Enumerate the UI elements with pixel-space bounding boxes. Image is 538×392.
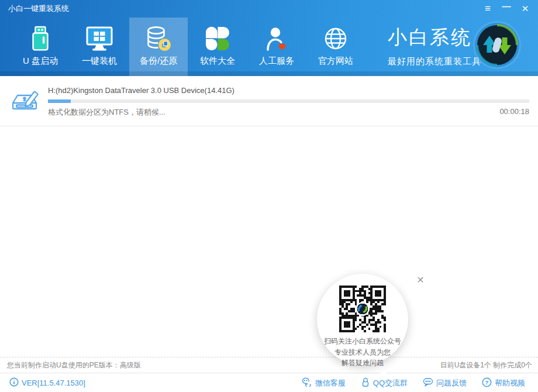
titlebar: 小白一键重装系统 ≡ — ✕ [0,0,538,18]
tab-label: U 盘启动 [23,56,58,67]
brand-tagline: 最好用的系统重装工具 [388,56,481,67]
tab-backup-restore[interactable]: 备份/还原 [129,18,188,76]
feedback-link[interactable]: 问题反馈 [423,377,467,388]
pe-version-text: 您当前制作启动U盘使用的PE版本：高级版 [7,357,141,373]
qq-group-link[interactable]: QQ交流群 [361,377,408,389]
tab-label: 官方网站 [318,56,353,67]
globe-icon [322,24,349,53]
version-label: VER[11.5.47.1530] [22,379,85,387]
brand-logo-icon [473,20,522,72]
clover-apps-icon [205,24,230,53]
nav-tabs: U 盘启动 一键装机 [11,18,365,76]
wechat-icon [302,377,312,388]
window-title: 小白一键重装系统 [8,4,69,14]
help-video-link[interactable]: ? 帮助视频 [482,377,525,389]
tab-label: 软件大全 [200,56,235,67]
info-icon [9,377,19,388]
qq-icon [361,377,370,389]
qr-caption-line: 扫码关注小白系统公众号 [317,336,408,347]
brand: 小白系统 最好用的系统重装工具 [388,25,481,67]
footer-link-label: 问题反馈 [436,378,467,388]
usb-drive-icon [27,24,54,53]
progress-status: 格式化数据分区为NTFS，请稍候... [48,107,165,118]
qr-close-icon[interactable]: ✕ [415,274,426,286]
footer: VER[11.5.47.1530] 微信客服 [0,374,538,392]
tab-support[interactable]: 人工服务 [247,18,306,76]
qr-code [317,286,408,335]
tab-usb-boot[interactable]: U 盘启动 [11,18,70,76]
feedback-icon [423,377,433,388]
nav-bottom-band [0,71,538,76]
brand-name: 小白系统 [388,25,481,51]
close-icon[interactable]: ✕ [516,0,534,18]
tab-website[interactable]: 官方网站 [306,18,365,76]
status-bar: 您当前制作启动U盘使用的PE版本：高级版 目前U盘设备1个 制作完成0个 [0,357,538,373]
progress-bar [48,99,529,103]
menu-icon[interactable]: ≡ [478,0,497,18]
help-icon: ? [482,377,492,389]
minimize-icon[interactable]: — [497,0,516,18]
tab-software[interactable]: 软件大全 [188,18,247,76]
qr-caption: 扫码关注小白系统公众号 专业技术人员为您 解答疑难问题 [317,336,408,369]
header: 小白一键重装系统 ≡ — ✕ U 盘启动 [0,0,538,76]
footer-link-label: QQ交流群 [373,378,408,388]
tab-label: 备份/还原 [140,56,177,67]
database-backup-icon [145,24,172,53]
footer-links: 微信客服 QQ交流群 [302,374,525,392]
footer-link-label: 微信客服 [315,378,346,388]
device-name: H:(hd2)Kingston DataTraveler 3.0 USB Dev… [48,86,234,95]
tab-one-key-install[interactable]: 一键装机 [70,18,129,76]
window-controls: ≡ — ✕ [478,0,534,18]
qr-caption-line: 解答疑难问题 [317,357,408,369]
usb-device-count-text: 目前U盘设备1个 制作完成0个 [440,357,532,373]
tab-label: 人工服务 [259,56,294,67]
person-heart-icon [263,24,290,53]
disk-write-icon [9,85,41,118]
elapsed-time: 00:00:18 [499,107,529,116]
progress-bar-fill [48,99,71,103]
version-button[interactable]: VER[11.5.47.1530] [9,374,85,392]
progress-panel: H:(hd2)Kingston DataTraveler 3.0 USB Dev… [0,76,538,126]
qr-caption-line: 专业技术人员为您 [317,347,408,358]
qr-popup: 扫码关注小白系统公众号 专业技术人员为您 解答疑难问题 [317,274,408,365]
tab-label: 一键装机 [82,56,117,67]
svg-text:?: ? [485,379,489,386]
app-window: 小白一键重装系统 ≡ — ✕ U 盘启动 [0,0,538,392]
wechat-support-link[interactable]: 微信客服 [302,377,346,388]
monitor-icon [85,24,113,53]
footer-link-label: 帮助视频 [495,378,525,388]
